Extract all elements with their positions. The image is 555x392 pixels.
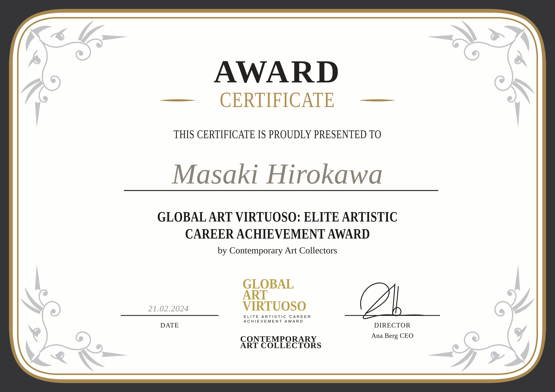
byline: by Contemporary Art Collectors [0, 246, 555, 255]
award-title: GLOBAL ART VIRTUOSO: ELITE ARTISTIC CARE… [0, 208, 555, 242]
date-label: DATE [121, 322, 219, 329]
logo-tagline-1: ELITE ARTISTIC CAREER [244, 314, 312, 319]
certificate-subheading-row: CERTIFICATE [0, 88, 555, 111]
recipient-underline [124, 190, 438, 191]
date-rule [121, 315, 219, 316]
award-title-line1: GLOBAL ART VIRTUOSO: ELITE ARTISTIC [157, 208, 398, 225]
org-line-2: ART COLLECTORS [240, 342, 322, 349]
gold-dash-left-icon [159, 98, 196, 102]
award-heading: AWARD [0, 56, 555, 88]
award-title-line2: CAREER ACHIEVEMENT AWARD [185, 225, 370, 242]
recipient-name: Masaki Hirokawa [0, 159, 555, 188]
presented-to-line: THIS CERTIFICATE IS PROUDLY PRESENTED TO [0, 127, 555, 141]
gold-dash-right-icon [359, 98, 396, 102]
certificate-subheading: CERTIFICATE [220, 89, 335, 110]
organization-logo: GLOBAL ART VIRTUOSO [242, 278, 306, 311]
director-rule [345, 315, 440, 316]
logo-taglines: ELITE ARTISTIC CAREER ACHIEVEMENT AWARD [244, 314, 312, 324]
director-name: Ana Berg CEO [345, 332, 440, 339]
director-label: DIRECTOR [345, 322, 440, 329]
logo-line-virtuoso: VIRTUOSO [242, 300, 306, 311]
date-value: 21.02.2024 [125, 304, 212, 313]
logo-tagline-2: ACHIEVEMENT AWARD [244, 319, 312, 324]
presented-to-text: THIS CERTIFICATE IS PROUDLY PRESENTED TO [174, 128, 381, 140]
organization-name: CONTEMPORARY ART COLLECTORS [240, 336, 322, 349]
certificate-page: { "certificate": { "heading": "AWARD", "… [0, 0, 555, 392]
